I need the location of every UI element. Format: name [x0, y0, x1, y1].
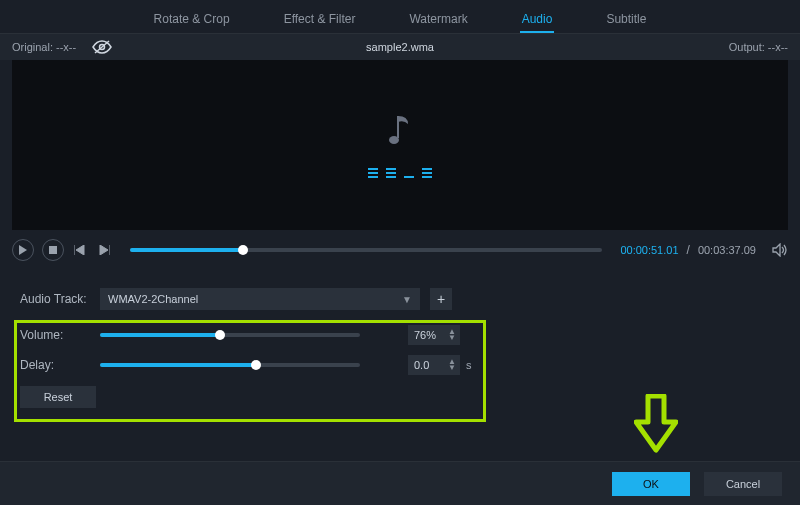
reset-button[interactable]: Reset: [20, 386, 96, 408]
audio-controls: Audio Track: WMAV2-2Channel ▼ + Volume: …: [0, 270, 800, 416]
next-button[interactable]: [96, 239, 112, 261]
add-audio-track-button[interactable]: +: [430, 288, 452, 310]
audio-track-label: Audio Track:: [20, 292, 90, 306]
playback-bar: 00:00:51.01/00:03:37.09: [0, 230, 800, 270]
audio-track-select[interactable]: WMAV2-2Channel ▼: [100, 288, 420, 310]
speaker-icon[interactable]: [772, 243, 788, 257]
tab-watermark[interactable]: Watermark: [407, 8, 469, 33]
audio-track-value: WMAV2-2Channel: [108, 293, 198, 305]
time-duration: 00:03:37.09: [698, 244, 756, 256]
volume-slider[interactable]: [100, 333, 360, 337]
tab-subtitle[interactable]: Subtitle: [604, 8, 648, 33]
svg-point-2: [389, 136, 399, 144]
tab-rotate-crop[interactable]: Rotate & Crop: [152, 8, 232, 33]
tab-audio[interactable]: Audio: [520, 8, 555, 33]
volume-stepper[interactable]: 76% ▲▼: [408, 325, 460, 345]
delay-slider[interactable]: [100, 363, 360, 367]
volume-down-icon[interactable]: ▼: [448, 335, 456, 341]
ok-button[interactable]: OK: [612, 472, 690, 496]
timeline-slider[interactable]: [130, 248, 602, 252]
delay-stepper[interactable]: 0.0 ▲▼: [408, 355, 460, 375]
tab-bar: Rotate & Crop Effect & Filter Watermark …: [0, 0, 800, 34]
play-button[interactable]: [12, 239, 34, 261]
stop-button[interactable]: [42, 239, 64, 261]
info-bar: Original: --x-- sample2.wma Output: --x-…: [0, 34, 800, 60]
output-dimensions-label: Output: --x--: [729, 41, 788, 53]
delay-value: 0.0: [414, 359, 429, 371]
footer-bar: OK Cancel: [0, 461, 800, 505]
cancel-button[interactable]: Cancel: [704, 472, 782, 496]
time-current: 00:00:51.01: [620, 244, 678, 256]
preview-pane: [12, 60, 788, 230]
music-note-icon: [386, 112, 414, 148]
tab-effect-filter[interactable]: Effect & Filter: [282, 8, 358, 33]
volume-label: Volume:: [20, 328, 90, 342]
caret-down-icon: ▼: [402, 294, 412, 305]
eye-off-icon[interactable]: [92, 40, 112, 54]
delay-unit: s: [466, 359, 472, 371]
svg-rect-3: [49, 246, 57, 254]
delay-down-icon[interactable]: ▼: [448, 365, 456, 371]
equalizer-icon: [368, 164, 432, 178]
prev-button[interactable]: [72, 239, 88, 261]
delay-label: Delay:: [20, 358, 90, 372]
original-dimensions-label: Original: --x--: [12, 41, 76, 53]
volume-value: 76%: [414, 329, 436, 341]
filename-label: sample2.wma: [366, 41, 434, 53]
